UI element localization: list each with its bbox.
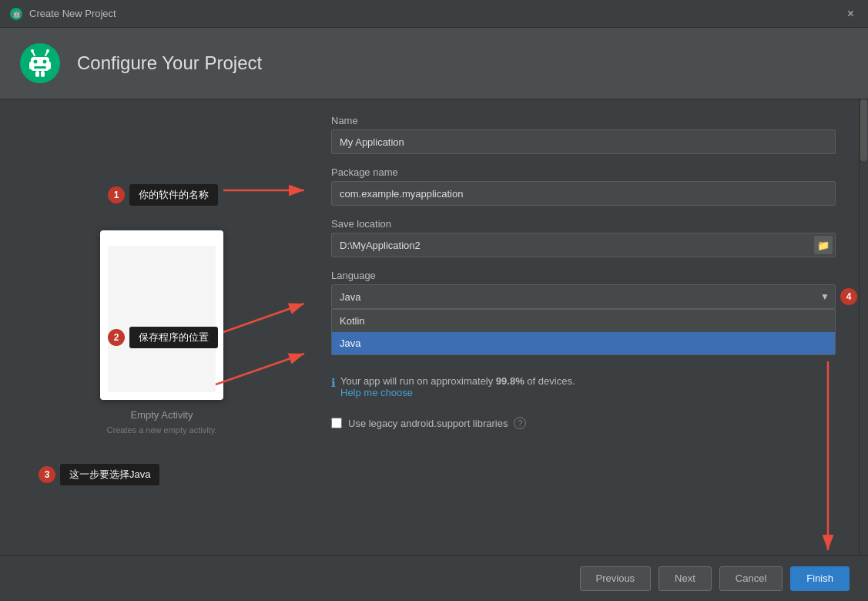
save-location-wrapper: D:\MyApplication2 📁 <box>331 233 836 257</box>
annotation-2: 2 保存程序的位置 <box>108 327 218 348</box>
activity-preview <box>100 230 223 400</box>
name-input[interactable]: My Application <box>331 129 836 154</box>
annotation-circle-2: 2 <box>108 329 125 346</box>
left-panel: 1 你的软件的名称 2 保存程序的位置 Empty Activity Creat… <box>0 99 316 555</box>
svg-point-10 <box>46 49 49 52</box>
language-field-group: Language Java ▼ Kotlin Java 4 <box>331 270 836 309</box>
language-dropdown[interactable]: Java <box>331 284 836 309</box>
svg-rect-14 <box>41 71 45 77</box>
annotation-label-2: 保存程序的位置 <box>129 327 218 348</box>
language-dropdown-panel: Kotlin Java <box>331 309 836 355</box>
svg-point-9 <box>31 49 34 52</box>
info-text-group: ℹ Your app will run on approximately 99.… <box>331 375 836 398</box>
annotation-circle-4: 4 <box>840 288 857 305</box>
checkbox-label: Use legacy android.support libraries <box>348 418 508 429</box>
legacy-checkbox[interactable] <box>331 418 342 428</box>
activity-label: Empty Activity <box>131 409 193 421</box>
scrollbar[interactable] <box>859 99 868 555</box>
language-option-java[interactable]: Java <box>332 332 835 354</box>
annotation-circle-1: 1 <box>108 186 125 203</box>
info-text-start: Your app will run on approximately <box>340 375 496 387</box>
activity-preview-inner <box>108 246 216 392</box>
title-bar: 🤖 Create New Project × <box>0 0 868 28</box>
svg-point-5 <box>43 60 47 64</box>
activity-desc: Creates a new empty activity. <box>92 425 233 435</box>
info-icon: ℹ <box>331 376 336 390</box>
name-field-group: Name My Application <box>331 115 836 154</box>
checkbox-row: Use legacy android.support libraries ? <box>331 417 836 429</box>
close-button[interactable]: × <box>843 5 859 22</box>
package-label: Package name <box>331 166 836 178</box>
android-icon: 🤖 <box>9 7 23 21</box>
cancel-button[interactable]: Cancel <box>719 566 783 591</box>
annotation-1: 1 你的软件的名称 <box>108 184 218 206</box>
annotation-3: 3 这一步要选择Java <box>39 464 159 485</box>
package-input[interactable]: com.example.myapplication <box>331 181 836 206</box>
finish-button[interactable]: Finish <box>790 566 850 591</box>
svg-line-17 <box>223 304 304 332</box>
svg-point-4 <box>34 60 38 64</box>
dialog-title: Create New Project <box>29 8 116 19</box>
language-selected-value: Java <box>340 291 360 303</box>
next-button[interactable]: Next <box>659 566 712 591</box>
folder-browse-button[interactable]: 📁 <box>814 236 833 254</box>
svg-rect-12 <box>47 62 51 69</box>
android-logo <box>18 42 62 85</box>
svg-line-18 <box>216 354 304 384</box>
folder-icon: 📁 <box>817 240 829 251</box>
language-dropdown-wrapper: Java ▼ Kotlin Java 4 <box>331 284 836 309</box>
save-location-field-group: Save location D:\MyApplication2 📁 <box>331 218 836 257</box>
svg-rect-6 <box>34 66 46 69</box>
svg-rect-11 <box>29 62 33 69</box>
annotation-label-1: 你的软件的名称 <box>129 184 218 206</box>
package-field-group: Package name com.example.myapplication <box>331 166 836 206</box>
language-option-kotlin[interactable]: Kotlin <box>332 310 835 332</box>
name-label: Name <box>331 115 836 126</box>
annotation-label-3: 这一步要选择Java <box>60 464 159 485</box>
previous-button[interactable]: Previous <box>580 566 652 591</box>
main-content: 1 你的软件的名称 2 保存程序的位置 Empty Activity Creat… <box>0 99 868 555</box>
dialog-footer: Previous Next Cancel Finish <box>0 555 868 601</box>
annotation-circle-3: 3 <box>39 466 55 483</box>
help-icon[interactable]: ? <box>514 417 526 429</box>
help-me-choose-link[interactable]: Help me choose <box>340 387 413 398</box>
save-location-label: Save location <box>331 218 836 230</box>
svg-rect-3 <box>31 57 49 71</box>
info-text-end: of devices. <box>524 375 575 387</box>
page-title: Configure Your Project <box>77 52 262 74</box>
svg-rect-13 <box>35 71 39 77</box>
language-label: Language <box>331 270 836 281</box>
svg-text:🤖: 🤖 <box>12 8 22 18</box>
info-bold: 99.8% <box>496 375 524 387</box>
save-location-input[interactable]: D:\MyApplication2 <box>331 233 836 257</box>
right-panel: Name My Application Package name com.exa… <box>316 99 859 555</box>
scrollbar-thumb <box>860 99 867 161</box>
dialog-header: Configure Your Project <box>0 28 868 99</box>
